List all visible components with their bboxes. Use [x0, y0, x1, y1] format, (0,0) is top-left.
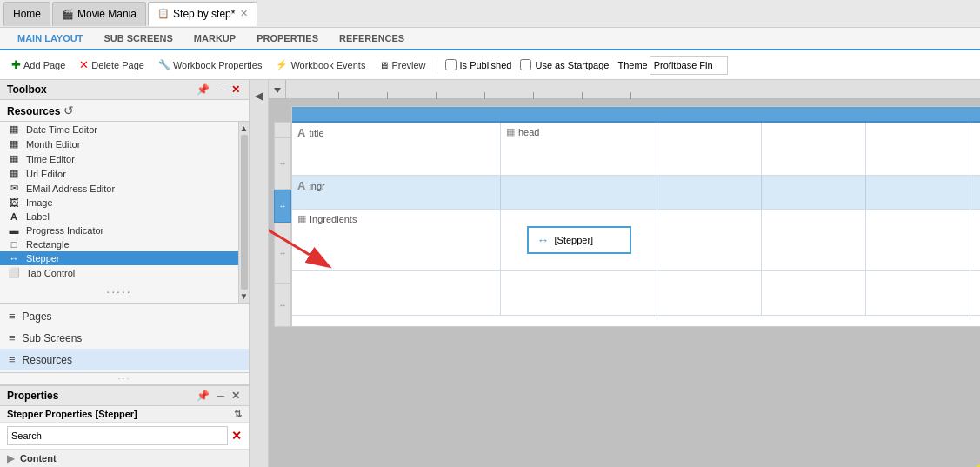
sub-screens-icon: ≡ [9, 331, 16, 344]
page-white-area: A title ▦ head [291, 106, 980, 327]
scroll-down-button[interactable]: ▼ [240, 291, 249, 301]
stepper-widget[interactable]: ↔ [Stepper] [527, 226, 631, 254]
tab-movie-icon: 🎬 [62, 9, 74, 20]
refresh-icon[interactable]: ↺ [63, 103, 74, 117]
toolbox-scrollbar[interactable]: ▲ ▼ [238, 122, 249, 303]
subtab-properties[interactable]: PROPERTIES [246, 28, 329, 50]
expand-icon [253, 90, 265, 103]
toolbar-separator-1 [437, 57, 437, 74]
svg-marker-0 [255, 92, 263, 101]
workbook-properties-button[interactable]: 🔧 Workbook Properties [152, 56, 269, 74]
workbook-events-button[interactable]: ⚡ Workbook Events [270, 56, 371, 74]
app-container: Home 🎬 Movie Mania 📋 Step by step* ✕ MAI… [0, 0, 980, 467]
toolbox-pin-button[interactable]: 📌 [195, 83, 211, 96]
content-triangle-icon[interactable]: ▶ [7, 453, 14, 464]
delete-page-icon: ✕ [79, 58, 89, 71]
subtab-references[interactable]: REFERENCES [329, 28, 415, 50]
lightning-icon: ⚡ [276, 59, 288, 70]
properties-search-input[interactable] [7, 426, 228, 445]
toolbox-item-rectangle[interactable]: □ Rectangle [0, 237, 238, 251]
grid-row-2: A ingr [292, 176, 980, 210]
scroll-up-button[interactable]: ▲ [240, 123, 249, 133]
cell-r2-c3 [657, 176, 762, 209]
theme-input[interactable] [650, 56, 728, 75]
tab-step-icon: 📋 [157, 8, 170, 19]
add-page-button[interactable]: ✚ Add Page [5, 55, 71, 75]
subtab-main-layout[interactable]: MAIN LAYOUT [7, 28, 93, 50]
toolbox-minimize-button[interactable]: ─ [215, 83, 226, 96]
toolbox-item-image[interactable]: 🖼 Image [0, 196, 238, 210]
use-as-startpage-checkbox[interactable]: Use as Startpage [520, 59, 609, 70]
cell-r2-c6 [970, 176, 980, 209]
toolbox-item-email-editor[interactable]: ✉ EMail Address Editor [0, 181, 238, 196]
tab-movie-mania[interactable]: 🎬 Movie Mania [52, 2, 146, 26]
toolbox-item-tab-control[interactable]: ⬜ Tab Control [0, 265, 238, 280]
cell-head-grid-icon: ▦ [506, 126, 515, 137]
cell-ingredients-icon: ▦ [297, 213, 306, 224]
toolbox-item-label[interactable]: A Label [0, 210, 238, 223]
nav-item-resources[interactable]: ≡ Resources [0, 349, 249, 370]
time-editor-icon: ▦ [7, 153, 21, 164]
row-marker-1[interactable]: ↔ [274, 137, 291, 190]
is-published-input[interactable] [445, 59, 457, 70]
canvas-scroll-area[interactable]: ↔ ↔ ↔ ↔ [269, 99, 980, 467]
cell-r4-c4 [762, 271, 866, 315]
tab-step-by-step[interactable]: 📋 Step by step* ✕ [148, 2, 257, 26]
blue-header-bar [292, 107, 980, 123]
subtab-markup[interactable]: MARKUP [183, 28, 246, 50]
toolbox-body: ▦ Date Time Editor ▦ Month Editor ▦ Time… [0, 122, 249, 304]
row-markers: ↔ ↔ ↔ ↔ [274, 122, 291, 327]
cell-ingredients-content: ▦ Ingredients [297, 213, 495, 224]
row-marker-header[interactable] [274, 122, 291, 137]
toolbox-item-progress-indicator[interactable]: ▬ Progress Indicator [0, 223, 238, 237]
cell-ingr: A ingr [292, 176, 501, 209]
row-marker-4[interactable]: ↔ [274, 284, 291, 327]
nav-item-pages[interactable]: ≡ Pages [0, 305, 249, 327]
use-as-startpage-input[interactable] [520, 59, 531, 70]
fold-button[interactable] [269, 80, 286, 99]
toolbar: ✚ Add Page ✕ Delete Page 🔧 Workbook Prop… [0, 50, 980, 80]
subtab-sub-screens[interactable]: SUB SCREENS [93, 28, 183, 50]
row-marker-2[interactable]: ↔ [274, 190, 291, 223]
stepper-list-icon: ↔ [7, 253, 21, 264]
resources-nav-icon: ≡ [9, 353, 16, 366]
tab-bar: Home 🎬 Movie Mania 📋 Step by step* ✕ [0, 0, 980, 28]
fold-icon [272, 84, 283, 95]
delete-page-button[interactable]: ✕ Delete Page [73, 55, 150, 75]
search-clear-button[interactable]: ✕ [231, 429, 242, 443]
cell-ingredients: ▦ Ingredients [292, 210, 501, 270]
properties-sort-icon[interactable]: ⇅ [234, 409, 242, 420]
is-published-checkbox[interactable]: Is Published [445, 59, 512, 70]
cell-stepper: ↔ [Stepper] [501, 210, 657, 270]
nav-item-sub-screens[interactable]: ≡ Sub Screens [0, 327, 249, 349]
canvas-left-sidebar [250, 80, 269, 467]
resize-handle[interactable]: ··· [0, 372, 249, 385]
toolbox-item-url-editor[interactable]: ▦ Url Editor [0, 166, 238, 181]
cell-r4-c5 [866, 271, 970, 315]
canvas-expand-button[interactable] [253, 90, 265, 105]
toolbox-close-button[interactable]: ✕ [230, 83, 242, 96]
properties-minimize-button[interactable]: ─ [215, 390, 226, 402]
cell-r2-c5 [866, 176, 970, 209]
preview-button[interactable]: 🖥 Preview [373, 57, 431, 74]
toolbox-list: ▦ Date Time Editor ▦ Month Editor ▦ Time… [0, 122, 238, 303]
toolbox-item-stepper[interactable]: ↔ Stepper [0, 251, 238, 265]
toolbox-item-month-editor[interactable]: ▦ Month Editor [0, 137, 238, 151]
tab-home[interactable]: Home [3, 2, 50, 26]
main-content: Toolbox 📌 ─ ✕ Resources ↺ ▦ Date Time Ed… [0, 80, 980, 467]
cell-r4-c2 [501, 271, 657, 315]
cell-head-content: ▦ head [506, 126, 651, 137]
tab-step-close[interactable]: ✕ [240, 8, 248, 19]
content-label: ▶ Content [7, 453, 57, 464]
toolbox-item-time-editor[interactable]: ▦ Time Editor [0, 151, 238, 166]
toolbox-item-date-time-editor[interactable]: ▦ Date Time Editor [0, 122, 238, 137]
cell-title-a-icon: A [297, 126, 305, 139]
url-editor-icon: ▦ [7, 168, 21, 179]
row-marker-3[interactable]: ↔ [274, 223, 291, 284]
ruler-tick [484, 92, 485, 99]
resources-header-section: Resources ↺ [0, 100, 249, 122]
cell-r1-c6 [970, 123, 980, 175]
properties-pin-button[interactable]: 📌 [195, 390, 211, 402]
ruler-tick [338, 92, 339, 99]
properties-close-button[interactable]: ✕ [230, 390, 242, 402]
